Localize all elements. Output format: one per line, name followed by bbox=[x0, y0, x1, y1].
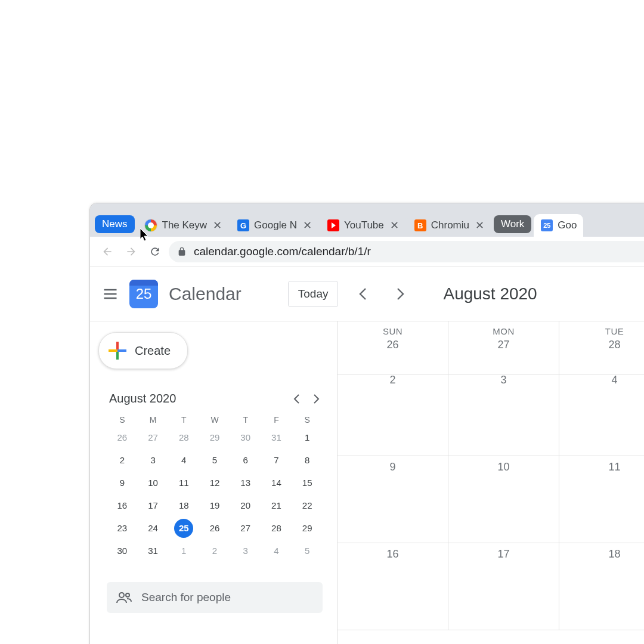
grid-date: 16 bbox=[338, 548, 448, 561]
grid-day-cell[interactable]: 11 bbox=[559, 456, 644, 543]
mini-day[interactable]: 29 bbox=[205, 428, 224, 447]
mini-day[interactable]: 9 bbox=[113, 473, 132, 493]
grid-day-cell[interactable]: 17 bbox=[448, 543, 559, 630]
app-header: 25 Calendar Today August 2020 bbox=[90, 267, 644, 321]
grid-dow: SUN bbox=[338, 326, 448, 336]
mini-day[interactable]: 30 bbox=[113, 541, 132, 561]
tab-group-work[interactable]: Work bbox=[494, 215, 531, 233]
mini-day[interactable]: 28 bbox=[174, 428, 193, 447]
mini-day[interactable]: 17 bbox=[144, 496, 163, 515]
mini-day[interactable]: 5 bbox=[298, 541, 317, 561]
grid-day-cell[interactable]: 18 bbox=[559, 543, 644, 630]
mini-day[interactable]: 20 bbox=[236, 496, 255, 515]
next-period-button[interactable] bbox=[388, 281, 413, 306]
browser-tab[interactable]: YouTube✕ bbox=[320, 214, 406, 237]
search-people-input[interactable]: Search for people bbox=[107, 582, 323, 613]
close-tab-button[interactable]: ✕ bbox=[389, 219, 400, 232]
tab-active-calendar[interactable]: 25 Goo bbox=[534, 214, 583, 237]
mini-dow: S bbox=[294, 415, 320, 425]
mini-day[interactable]: 7 bbox=[267, 451, 286, 470]
grid-day-cell[interactable]: 9 bbox=[338, 456, 448, 543]
mini-day[interactable]: 5 bbox=[205, 451, 224, 470]
calendar-favicon-icon: 25 bbox=[541, 219, 553, 231]
grid-date: 17 bbox=[448, 548, 559, 561]
close-tab-button[interactable]: ✕ bbox=[302, 219, 313, 232]
lock-icon bbox=[177, 247, 187, 256]
grid-day-cell[interactable]: 10 bbox=[448, 456, 559, 543]
grid-header-cell[interactable]: TUE28 bbox=[559, 321, 644, 374]
mini-day[interactable]: 29 bbox=[298, 519, 317, 538]
mini-day[interactable]: 11 bbox=[174, 473, 193, 493]
mini-day[interactable]: 27 bbox=[236, 519, 255, 538]
mini-day[interactable]: 3 bbox=[236, 541, 255, 561]
mini-day[interactable]: 26 bbox=[205, 519, 224, 538]
mini-day[interactable]: 16 bbox=[113, 496, 132, 515]
grid-day-cell[interactable]: 2 bbox=[338, 369, 448, 456]
mini-day[interactable]: 25 bbox=[174, 519, 193, 538]
mini-day[interactable]: 27 bbox=[144, 428, 163, 447]
grid-date: 26 bbox=[338, 339, 448, 351]
mini-day[interactable]: 28 bbox=[267, 519, 286, 538]
mini-day[interactable]: 18 bbox=[174, 496, 193, 515]
prev-period-button[interactable] bbox=[350, 281, 375, 306]
tab-title: Goo bbox=[558, 219, 577, 231]
menu-icon[interactable] bbox=[102, 286, 119, 302]
url-bar[interactable]: calendar.google.com/calendar/b/1/r bbox=[169, 241, 644, 262]
grid-date: 11 bbox=[559, 461, 644, 473]
sidebar: Create August 2020 SMTWTFS26272829303112… bbox=[90, 321, 337, 644]
browser-tab[interactable]: BChromiu✕ bbox=[407, 214, 491, 237]
grid-header-cell[interactable]: MON27 bbox=[448, 321, 559, 374]
grid-date: 27 bbox=[448, 339, 559, 351]
reload-button[interactable] bbox=[145, 242, 165, 262]
arrow-left-icon bbox=[101, 246, 113, 258]
mini-day[interactable]: 2 bbox=[205, 541, 224, 561]
mini-day[interactable]: 21 bbox=[267, 496, 286, 515]
tab-title: Chromiu bbox=[431, 219, 469, 231]
url-text: calendar.google.com/calendar/b/1/r bbox=[194, 245, 371, 258]
today-button[interactable]: Today bbox=[288, 281, 339, 307]
mini-day[interactable]: 15 bbox=[298, 473, 317, 493]
tab-strip: News The Keyw✕GGoogle N✕YouTube✕BChromiu… bbox=[90, 203, 644, 237]
close-tab-button[interactable]: ✕ bbox=[474, 219, 485, 232]
mini-day[interactable]: 22 bbox=[298, 496, 317, 515]
mini-calendar: August 2020 SMTWTFS262728293031123456789… bbox=[98, 392, 331, 561]
address-bar: calendar.google.com/calendar/b/1/r bbox=[90, 237, 644, 267]
grid-day-cell[interactable]: 4 bbox=[559, 369, 644, 456]
forward-button[interactable] bbox=[121, 242, 141, 262]
grid-day-cell[interactable]: 16 bbox=[338, 543, 448, 630]
mini-day[interactable]: 1 bbox=[174, 541, 193, 561]
mini-day[interactable]: 14 bbox=[267, 473, 286, 493]
browser-tab[interactable]: The Keyw✕ bbox=[137, 214, 230, 237]
mini-day[interactable]: 13 bbox=[236, 473, 255, 493]
mini-prev-button[interactable] bbox=[293, 394, 300, 404]
grid-date: 4 bbox=[559, 374, 644, 386]
mini-day[interactable]: 23 bbox=[113, 519, 132, 538]
mini-day[interactable]: 6 bbox=[236, 451, 255, 470]
mini-day[interactable]: 8 bbox=[298, 451, 317, 470]
mini-day[interactable]: 12 bbox=[205, 473, 224, 493]
browser-tab[interactable]: GGoogle N✕ bbox=[230, 214, 319, 237]
grid-day-cell[interactable]: 3 bbox=[448, 369, 559, 456]
mini-day[interactable]: 4 bbox=[267, 541, 286, 561]
grid-date: 3 bbox=[448, 374, 559, 386]
mini-day[interactable]: 2 bbox=[113, 451, 132, 470]
mini-day[interactable]: 26 bbox=[113, 428, 132, 447]
grid-header-cell[interactable]: SUN26 bbox=[338, 321, 448, 374]
close-tab-button[interactable]: ✕ bbox=[212, 219, 223, 232]
tab-group-news[interactable]: News bbox=[95, 215, 135, 233]
mini-day[interactable]: 31 bbox=[267, 428, 286, 447]
mini-day[interactable]: 3 bbox=[144, 451, 163, 470]
mini-day[interactable]: 30 bbox=[236, 428, 255, 447]
mini-day[interactable]: 24 bbox=[144, 519, 163, 538]
mini-dow: S bbox=[109, 415, 135, 425]
back-button[interactable] bbox=[97, 242, 117, 262]
mini-day[interactable]: 31 bbox=[144, 541, 163, 561]
mini-day[interactable]: 4 bbox=[174, 451, 193, 470]
grid-dow: TUE bbox=[559, 326, 644, 336]
mini-day[interactable]: 19 bbox=[205, 496, 224, 515]
mini-day[interactable]: 1 bbox=[298, 428, 317, 447]
mini-day[interactable]: 10 bbox=[144, 473, 163, 493]
create-button[interactable]: Create bbox=[98, 332, 188, 369]
mini-next-button[interactable] bbox=[313, 394, 320, 404]
people-icon bbox=[116, 591, 132, 604]
